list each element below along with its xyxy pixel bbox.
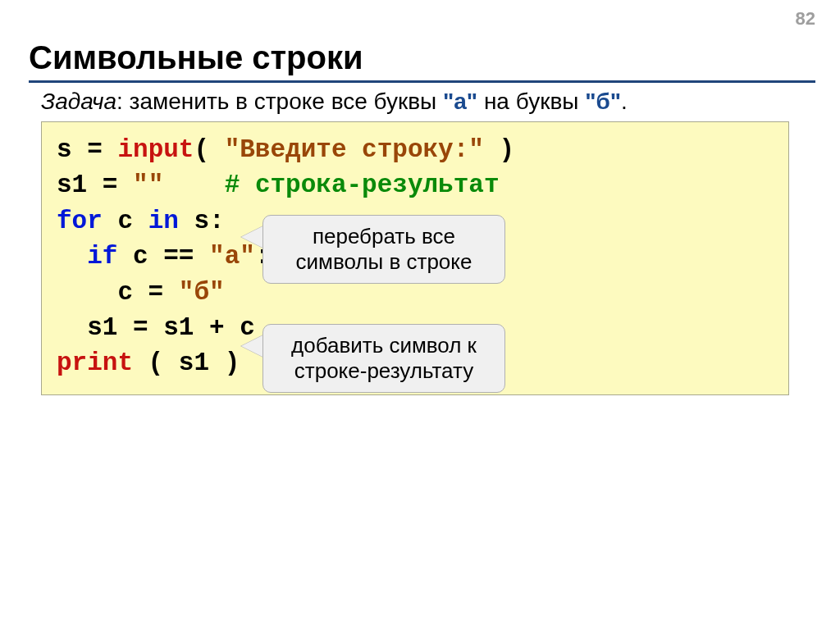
callout-text: строке-результату — [294, 358, 473, 383]
code-indent — [57, 242, 87, 271]
problem-text: : заменить в строке все буквы — [116, 89, 443, 114]
code-var: s1 — [57, 171, 87, 199]
callout-text: символы в строке — [296, 249, 472, 274]
code-op: c == — [117, 242, 209, 271]
callout-text: перебрать все — [313, 224, 455, 248]
code-indent: c = — [57, 278, 179, 307]
code-keyword: if — [87, 242, 117, 271]
problem-end: . — [621, 89, 628, 114]
problem-statement: Задача: заменить в строке все буквы "а" … — [41, 89, 815, 115]
code-string: "Введите строку:" — [225, 135, 484, 164]
page-title: Символьные строки — [29, 39, 363, 76]
callout-loop: перебрать все символы в строке — [262, 215, 505, 284]
code-line-2: s1 = "" # строка-результат — [57, 167, 774, 203]
code-args: ( s1 ) — [133, 349, 240, 377]
code-op: = — [87, 171, 133, 199]
code-var: s — [57, 135, 72, 164]
code-keyword: in — [148, 207, 179, 235]
code-keyword: for — [57, 207, 103, 235]
title-underline — [29, 80, 815, 83]
callout-text: добавить символ к — [291, 333, 477, 358]
code-func: input — [117, 135, 194, 164]
code-paren: ( — [194, 135, 224, 164]
code-stmt: s1 = s1 + c — [57, 313, 255, 342]
code-comment: # строка-результат — [225, 171, 500, 199]
code-string: "" — [133, 171, 163, 199]
code-string: "б" — [179, 278, 225, 307]
callout-append: добавить символ к строке-результату — [262, 324, 505, 393]
code-var: c — [103, 207, 148, 235]
callout-pointer — [241, 226, 264, 248]
code-paren: ) — [484, 135, 514, 164]
page-number: 82 — [796, 8, 815, 30]
code-op: = — [72, 135, 118, 164]
problem-label: Задача — [41, 89, 116, 114]
callout-pointer — [241, 335, 264, 358]
code-line-1: s = input( "Введите строку:" ) — [57, 132, 774, 167]
code-func: print — [57, 349, 133, 377]
quote-b: "б" — [585, 89, 621, 114]
code-var: s: — [179, 207, 225, 235]
code-space — [163, 171, 224, 199]
quote-a: "а" — [443, 89, 477, 114]
problem-mid: на буквы — [477, 89, 585, 114]
